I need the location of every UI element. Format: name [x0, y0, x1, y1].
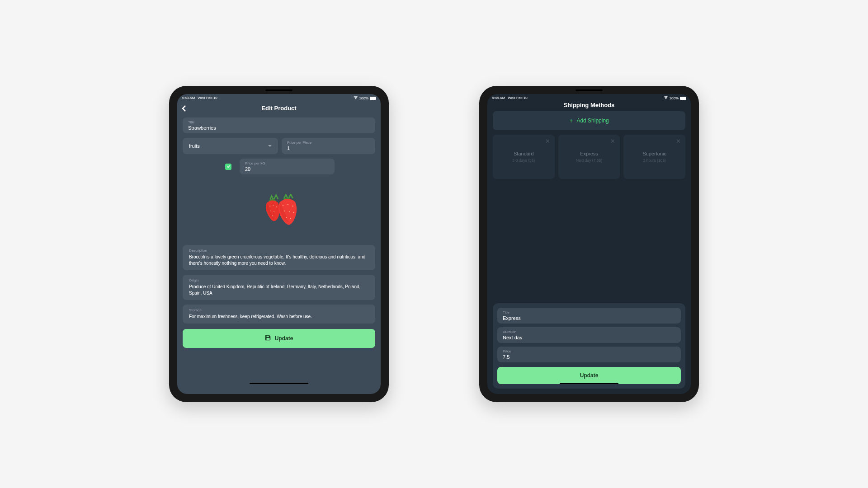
- svg-point-9: [288, 204, 288, 205]
- shipping-card-subtitle: 2 hours (10$): [643, 158, 666, 163]
- battery-icon: [680, 97, 686, 100]
- sheet-price-field[interactable]: Price 7.5: [497, 347, 681, 362]
- save-icon: [265, 334, 271, 343]
- page-title: Edit Product: [177, 105, 381, 112]
- back-button[interactable]: [182, 105, 186, 111]
- shipping-card-subtitle: Next day (7.5$): [576, 158, 602, 163]
- screen-shipping: 5:44 AM Wed Feb 10 100% Shipping Methods…: [487, 94, 691, 394]
- shipping-card-superionic[interactable]: ✕ SuperIonic 2 hours (10$): [623, 135, 685, 179]
- svg-point-3: [273, 205, 274, 206]
- description-field[interactable]: Description Broccoli is a lovely green c…: [183, 245, 375, 270]
- close-icon[interactable]: ✕: [610, 138, 615, 144]
- price-piece-field[interactable]: Price per Piece 1: [282, 138, 375, 154]
- category-value: fruits: [189, 143, 200, 149]
- svg-point-12: [289, 211, 290, 212]
- shipping-card-subtitle: 2-3 days (5$): [512, 158, 535, 163]
- tablet-right: 5:44 AM Wed Feb 10 100% Shipping Methods…: [479, 86, 699, 402]
- nav-header: Shipping Methods: [487, 101, 691, 108]
- wifi-icon: [664, 96, 668, 100]
- title-field[interactable]: Title Strawberries: [183, 117, 375, 133]
- status-time: 5:43 AM: [182, 96, 195, 100]
- sheet-duration-field[interactable]: Duration Next day: [497, 327, 681, 343]
- sheet-title-field[interactable]: Title Express: [497, 308, 681, 324]
- chevron-down-icon: [268, 145, 272, 147]
- svg-point-7: [272, 216, 273, 216]
- close-icon[interactable]: ✕: [545, 138, 550, 144]
- origin-value: Produce of United Kingdom, Republic of I…: [189, 284, 369, 296]
- per-kg-checkbox[interactable]: [225, 164, 231, 170]
- sheet-duration-value: Next day: [503, 335, 675, 340]
- svg-point-6: [274, 211, 274, 212]
- origin-field[interactable]: Origin Produce of United Kingdom, Republ…: [183, 275, 375, 300]
- sheet-title-label: Title: [503, 310, 675, 314]
- sheet-title-value: Express: [503, 315, 675, 321]
- title-value: Strawberries: [188, 125, 370, 131]
- description-value: Broccoli is a lovely green cruciferous v…: [189, 254, 369, 267]
- product-image[interactable]: [183, 183, 375, 237]
- price-kg-field[interactable]: Price per kG 20: [240, 159, 335, 174]
- shipping-card-title: Express: [580, 151, 598, 156]
- battery-percent: 100%: [670, 96, 679, 100]
- edit-shipping-sheet: Title Express Duration Next day Price 7.…: [493, 303, 685, 389]
- category-select[interactable]: fruits: [183, 138, 278, 154]
- price-kg-value: 20: [245, 166, 329, 172]
- add-shipping-label: Add Shipping: [576, 117, 609, 124]
- status-bar: 5:43 AM Wed Feb 10 100%: [177, 94, 381, 101]
- shipping-card-express[interactable]: ✕ Express Next day (7.5$): [558, 135, 620, 179]
- svg-point-10: [292, 206, 293, 206]
- screen-edit-product: 5:43 AM Wed Feb 10 100% Edit Product Tit…: [177, 94, 381, 394]
- tablet-left: 5:43 AM Wed Feb 10 100% Edit Product Tit…: [169, 86, 389, 402]
- home-indicator[interactable]: [560, 383, 618, 384]
- price-kg-label: Price per kG: [245, 161, 329, 165]
- svg-point-8: [283, 205, 283, 206]
- update-button-label: Update: [580, 372, 599, 379]
- home-indicator[interactable]: [250, 383, 308, 384]
- nav-header: Edit Product: [177, 101, 381, 115]
- shipping-card-standard[interactable]: ✕ Standard 2-3 days (5$): [493, 135, 555, 179]
- svg-point-11: [284, 211, 285, 211]
- status-bar: 5:44 AM Wed Feb 10 100%: [487, 94, 691, 101]
- price-piece-label: Price per Piece: [287, 141, 370, 145]
- status-date: Wed Feb 10: [508, 96, 527, 100]
- battery-percent: 100%: [359, 96, 368, 100]
- shipping-card-title: SuperIonic: [642, 151, 666, 156]
- content-area: Title Strawberries fruits Price per Piec…: [177, 115, 381, 394]
- svg-point-14: [286, 217, 287, 218]
- svg-point-2: [269, 206, 270, 206]
- origin-label: Origin: [189, 278, 369, 282]
- svg-point-15: [290, 218, 291, 219]
- description-label: Description: [189, 249, 369, 253]
- add-shipping-button[interactable]: + Add Shipping: [493, 111, 685, 130]
- shipping-card-title: Standard: [514, 151, 534, 156]
- title-label: Title: [188, 120, 370, 124]
- strawberry-icon: [259, 194, 299, 226]
- update-button[interactable]: Update: [183, 329, 375, 348]
- wifi-icon: [354, 96, 358, 100]
- sheet-price-label: Price: [503, 349, 675, 353]
- shipping-cards-row: ✕ Standard 2-3 days (5$) ✕ Express Next …: [493, 135, 685, 179]
- content-area: + Add Shipping ✕ Standard 2-3 days (5$) …: [487, 108, 691, 394]
- storage-field[interactable]: Storage For maximum freshness, keep refr…: [183, 305, 375, 324]
- page-title: Shipping Methods: [487, 102, 691, 108]
- plus-icon: +: [569, 117, 573, 124]
- sheet-duration-label: Duration: [503, 330, 675, 334]
- svg-point-4: [276, 206, 277, 207]
- sheet-price-value: 7.5: [503, 354, 675, 360]
- close-icon[interactable]: ✕: [676, 138, 681, 144]
- update-button-label: Update: [275, 335, 293, 342]
- storage-value: For maximum freshness, keep refrigerated…: [189, 314, 369, 320]
- svg-point-13: [293, 212, 294, 213]
- status-date: Wed Feb 10: [198, 96, 217, 100]
- svg-point-5: [270, 211, 271, 211]
- battery-icon: [370, 97, 376, 100]
- status-time: 5:44 AM: [492, 96, 505, 100]
- price-piece-value: 1: [287, 145, 370, 151]
- storage-label: Storage: [189, 308, 369, 312]
- sheet-update-button[interactable]: Update: [497, 367, 681, 384]
